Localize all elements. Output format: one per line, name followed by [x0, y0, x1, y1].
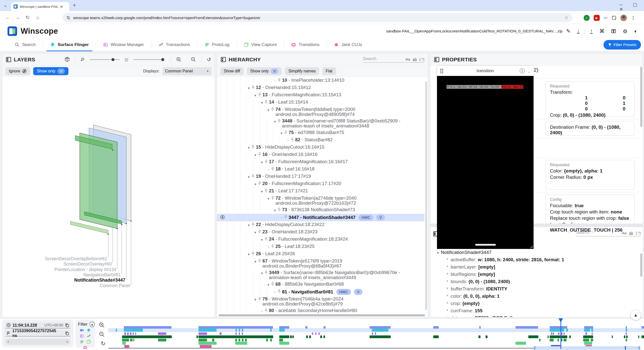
extension-green-icon[interactable]: ✓ — [584, 15, 590, 21]
extensions-puzzle-icon[interactable] — [612, 16, 616, 20]
timeline-block-protolog[interactable] — [564, 339, 567, 341]
displays-select[interactable]: Common Panel ▼ — [163, 67, 212, 75]
hierarchy-row-3447[interactable]: • 3447 - NotificationShade#3447HWCV — [217, 214, 424, 221]
timeline-block-transactions[interactable] — [290, 335, 292, 338]
timeline-block-view-capture[interactable] — [122, 342, 126, 345]
timeline-block-view-capture[interactable] — [235, 342, 247, 345]
timeline-block-surface-flinger[interactable] — [116, 329, 117, 332]
hierarchy-row-3449[interactable]: ▼ 3449 - Surface(name=885b63e Navigation… — [217, 269, 424, 281]
property-item[interactable]: •crop: {empty} — [436, 301, 637, 306]
timeline-block-transactions[interactable] — [569, 335, 571, 338]
chip-flat[interactable]: Flat — [322, 67, 336, 75]
timeline-block-screen-recording[interactable] — [515, 326, 538, 329]
timeline-block-transactions[interactable] — [548, 335, 549, 338]
address-bar[interactable]: winscope.teams.x20web.corp.google.com/pr… — [62, 13, 573, 22]
reset-view-icon[interactable]: ↺ — [207, 57, 211, 63]
timeline-block-transactions[interactable] — [641, 335, 644, 338]
tab-close-icon[interactable]: ✕ — [60, 5, 63, 9]
hierarchy-row-24[interactable]: ▼ 24 - FullscreenMagnification:18:23#24 — [217, 236, 424, 243]
hierarchy-row-10[interactable]: • 10 - ImePlaceholder:13:14#10 — [217, 77, 424, 84]
timeline-block-screen-recording[interactable] — [198, 326, 273, 329]
avatar[interactable] — [620, 15, 627, 21]
timeline-block-screen-recording[interactable] — [305, 326, 307, 329]
hierarchy-row-75[interactable]: ▼ 75 - ed70f88 StatusBar#75 — [217, 129, 424, 137]
download-icon[interactable]: ↓ — [577, 29, 580, 34]
screen-preview[interactable]: P: 0 / 1dX: 0.0dY: 0.0Xv: 0.0Yv: 0.0Prs:… — [437, 76, 534, 249]
window-controls[interactable]: ─ ▢ ✕ — [619, 3, 644, 12]
timeline-block-view-capture[interactable] — [279, 342, 289, 345]
dark-mode-icon[interactable]: ◐ — [634, 28, 637, 34]
nav-tab-search[interactable]: Search — [8, 38, 43, 51]
layers-3d-canvas[interactable]: ScreenDecorOverlayBottom#61ScreenDecorOv… — [2, 77, 215, 316]
overview-track[interactable] — [108, 348, 534, 349]
timestamp-input[interactable]: 11:04:14.228 UTC+00:00 — [5, 322, 70, 328]
property-item[interactable]: •currFrame: 155 — [436, 308, 637, 314]
hierarchy-row-17[interactable]: ▼ 17 - FullscreenMagnification:16:16#17 — [217, 158, 424, 166]
back-icon[interactable]: ← — [3, 15, 13, 20]
hierarchy-row-80[interactable]: • 80 - ace6abb SecondaryHomeHandle0#80 — [217, 307, 424, 314]
timeline-block-window-manager[interactable] — [558, 332, 559, 335]
timeline-block-protolog[interactable] — [279, 339, 283, 341]
timeline-block-transactions[interactable] — [624, 335, 625, 338]
timeline-block-surface-flinger[interactable] — [550, 329, 564, 332]
timeline-block-window-manager[interactable] — [626, 332, 627, 335]
timeline-block-transactions[interactable] — [279, 335, 289, 338]
cube-3d-icon[interactable] — [64, 57, 70, 63]
chip-show-diff[interactable]: Show diff — [220, 67, 244, 75]
forward-icon[interactable]: → — [13, 15, 23, 20]
timeline-block-view-capture[interactable] — [584, 342, 592, 345]
properties-tree-root[interactable]: ▼ NotificationShade#3447 — [436, 250, 637, 255]
timeline-block-transactions[interactable] — [309, 335, 311, 338]
layer-label[interactable]: ScreenDecorOverlayBottom#61 — [45, 256, 107, 261]
chip-show-only[interactable]: Show onlyV — [247, 67, 282, 75]
chip-simplify-names[interactable]: Simplify names — [285, 67, 319, 75]
timeline-block-transactions[interactable] — [306, 335, 308, 338]
timeline-block-protolog[interactable] — [626, 339, 627, 341]
panel-icon[interactable] — [6, 57, 11, 62]
hierarchy-row-67[interactable]: ▼ 67 - WindowToken{e5176f9 type=2019 and… — [217, 258, 424, 269]
timeline-block-transactions[interactable] — [292, 335, 294, 338]
timeline-block-window-manager[interactable] — [198, 332, 207, 335]
timeline-block-window-manager[interactable] — [133, 332, 134, 335]
filter-protolog-icon[interactable] — [80, 340, 84, 344]
hierarchy-row-12[interactable]: ▼ 12 - OneHanded:15:15#12 — [217, 84, 424, 92]
shortcuts-icon[interactable]: ⌘ — [599, 28, 605, 34]
timeline-block-surface-flinger[interactable] — [235, 329, 237, 332]
timeline-block-protolog[interactable] — [539, 339, 541, 341]
timeline-block-surface-flinger[interactable] — [242, 329, 243, 332]
timeline-block-window-manager[interactable] — [318, 332, 320, 335]
overlay-title-bar[interactable]: transition i _ — [437, 66, 534, 76]
tab-search-chevron[interactable]: ⌄ — [4, 3, 7, 8]
timeline-block-protolog[interactable] — [245, 339, 247, 341]
timeline-block-transactions[interactable] — [433, 335, 439, 338]
upload-icon[interactable]: ↑ — [590, 29, 593, 34]
filter-camera-icon[interactable] — [80, 328, 84, 332]
timeline-block-screen-recording[interactable] — [279, 326, 289, 329]
timeline-block-window-manager[interactable] — [312, 332, 313, 335]
timeline-block-screen-recording[interactable] — [433, 326, 439, 329]
timeline-block-surface-flinger[interactable] — [239, 329, 240, 332]
timeline-block-window-manager[interactable] — [242, 332, 243, 335]
timeline-block-protolog[interactable] — [122, 339, 129, 341]
property-item[interactable]: •bounds: (0, 0) - (1080, 2400) — [436, 279, 637, 284]
transition-overlay-window[interactable]: transition i _ P: 0 / 1dX: 0.0dY: 0.0Xv:… — [437, 66, 534, 249]
timeline-block-transactions[interactable] — [370, 335, 391, 338]
hierarchy-row-18[interactable]: • 18 - Leaf:16:16#18 — [217, 166, 424, 173]
nav-tab-transactions[interactable]: Transactions — [151, 38, 197, 51]
hierarchy-row-23[interactable]: ▼ 23 - OneHanded:18:23#23 — [217, 229, 424, 236]
overview-handle-right[interactable] — [638, 346, 640, 350]
timeline-block-view-capture[interactable] — [198, 342, 217, 345]
search-mod-1[interactable]: ab — [629, 231, 633, 235]
timeline-block-view-capture[interactable] — [515, 342, 526, 345]
timeline-block-screen-recording[interactable] — [626, 326, 627, 329]
resize-handle-icon[interactable] — [529, 244, 533, 248]
filter-presets-button[interactable]: Filter Presets — [603, 40, 641, 50]
ignore-chip[interactable]: Ignore — [5, 67, 30, 75]
nav-tab-protolog[interactable]: ProtoLog — [197, 38, 236, 51]
timeline-block-surface-flinger[interactable] — [198, 329, 217, 332]
timeline-block-protolog[interactable] — [133, 339, 134, 341]
timeline-block-transactions[interactable] — [528, 335, 538, 338]
nav-tab-jank-cujs[interactable]: Jank CUJs — [327, 38, 369, 51]
reload-icon[interactable]: ↻ — [23, 15, 33, 20]
timeline-block-protolog[interactable] — [212, 339, 214, 341]
